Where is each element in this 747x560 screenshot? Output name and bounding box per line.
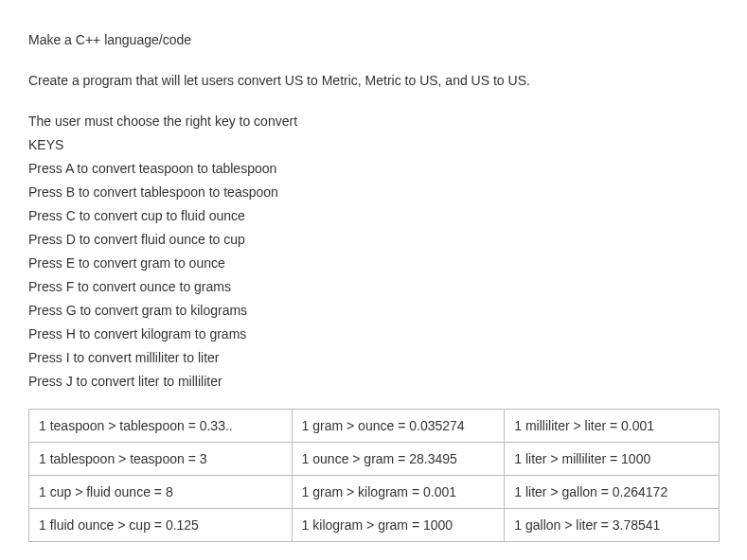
- table-cell: 1 gram > kilogram = 0.001: [292, 476, 505, 509]
- title-line: Make a C++ language/code: [28, 30, 719, 50]
- table-cell: 1 fluid ounce > cup = 0.125: [29, 509, 293, 542]
- key-item: Press H to convert kilogram to grams: [28, 324, 719, 344]
- instruction-line: The user must choose the right key to co…: [28, 112, 719, 131]
- table-cell: 1 kilogram > gram = 1000: [292, 509, 505, 542]
- table-cell: 1 teaspoon > tablespoon = 0.33..: [29, 410, 293, 443]
- key-item: Press G to convert gram to kilograms: [28, 301, 719, 321]
- table-cell: 1 gram > ounce = 0.035274: [292, 410, 505, 443]
- table-row: 1 cup > fluid ounce = 8 1 gram > kilogra…: [29, 476, 720, 509]
- key-item: Press A to convert teaspoon to tablespoo…: [28, 159, 719, 179]
- key-item: Press F to convert ounce to grams: [28, 277, 719, 297]
- key-item: Press C to convert cup to fluid ounce: [28, 206, 719, 226]
- table-cell: 1 liter > gallon = 0.264172: [505, 476, 720, 509]
- table-cell: 1 gallon > liter = 3.78541: [505, 509, 720, 542]
- key-item: Press B to convert tablespoon to teaspoo…: [28, 183, 719, 202]
- table-row: 1 fluid ounce > cup = 0.125 1 kilogram >…: [29, 509, 720, 542]
- table-cell: 1 milliliter > liter = 0.001: [505, 410, 720, 443]
- table-cell: 1 cup > fluid ounce = 8: [29, 476, 293, 509]
- keys-heading: KEYS: [28, 135, 719, 155]
- table-row: 1 tablespoon > teaspoon = 3 1 ounce > gr…: [29, 443, 720, 476]
- intro-line: Create a program that will let users con…: [28, 71, 719, 91]
- table-cell: 1 liter > milliliter = 1000: [505, 443, 720, 476]
- table-cell: 1 ounce > gram = 28.3495: [292, 443, 505, 476]
- table-row: 1 teaspoon > tablespoon = 0.33.. 1 gram …: [29, 410, 720, 443]
- table-cell: 1 tablespoon > teaspoon = 3: [29, 443, 293, 476]
- key-item: Press I to convert milliliter to liter: [28, 348, 719, 368]
- key-item: Press D to convert fluid ounce to cup: [28, 230, 719, 250]
- key-item: Press E to convert gram to ounce: [28, 254, 719, 273]
- conversion-table: 1 teaspoon > tablespoon = 0.33.. 1 gram …: [28, 409, 720, 542]
- key-item: Press J to convert liter to milliliter: [28, 372, 719, 392]
